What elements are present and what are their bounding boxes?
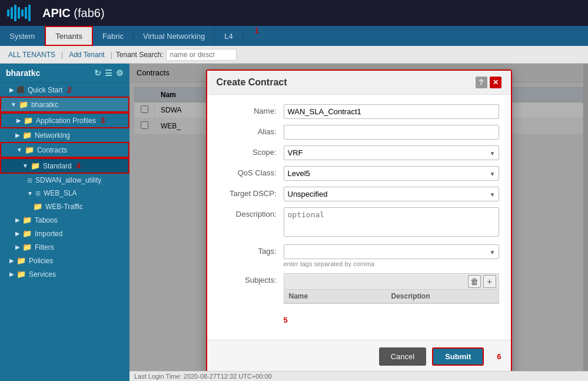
sidebar-item-taboos[interactable]: ▶ 📁 Taboos — [0, 213, 129, 227]
nav-l4[interactable]: L4 — [215, 26, 242, 46]
top-bar: APIC (fab6) — [0, 0, 588, 26]
sidebar-item-web-sla[interactable]: ▼ ⊞ WEB_SLA — [0, 187, 129, 200]
folder-icon-contracts: 📁 — [25, 145, 34, 154]
target-dscp-select[interactable]: Unspecified CS0 CS1 AF11 — [284, 187, 499, 201]
sidebar-item-standard[interactable]: ▼ 📁 Standard 4 — [0, 158, 129, 174]
sidebar-item-contracts[interactable]: ▼ 📁 Contracts — [0, 142, 129, 158]
qos-select-wrap: Level5 Level4 Level3 Level2 Level1 Unspe… — [284, 166, 499, 181]
target-dscp-control: Unspecified CS0 CS1 AF11 ▼ — [284, 187, 499, 201]
qos-select[interactable]: Level5 Level4 Level3 Level2 Level1 Unspe… — [284, 166, 499, 181]
sidebar-item-quick-start[interactable]: ▶ ⬛ Quick Start 2 — [0, 83, 129, 97]
status-bar: Last Login Time: 2020-08-27T12:32 UTC+00… — [129, 371, 588, 381]
subjects-label: Subjects: — [219, 273, 284, 284]
annotation-2: 2 — [67, 85, 71, 94]
nav-system[interactable]: System — [0, 26, 45, 46]
form-row-tags: Tags: ▼ enter tags separated by comma — [219, 244, 499, 267]
svg-rect-6 — [28, 5, 31, 21]
scope-select-wrap: VRF Global Tenant Application-Profile ▼ — [284, 145, 499, 160]
tags-control: ▼ enter tags separated by comma — [284, 244, 499, 267]
tenant-toolbar: ALL TENANTS | Add Tenant | Tenant Search… — [0, 46, 588, 64]
subjects-toolbar: 🗑 + — [284, 274, 499, 290]
modal-title: Create Contract — [217, 77, 287, 88]
form-row-subjects: Subjects: 🗑 + Name Description — [219, 273, 499, 324]
annotation-6: 6 — [497, 352, 501, 361]
sidebar-item-imported[interactable]: ▶ 📁 Imported — [0, 227, 129, 240]
sidebar-item-app-profiles[interactable]: ▶ 📁 Application Profiles 3 — [0, 112, 129, 128]
folder-icon-imported: 📁 — [22, 229, 32, 238]
node-icon-web-sla: ⊞ — [35, 190, 41, 197]
tenant-name: bharatkc — [6, 68, 40, 78]
description-label: Description: — [219, 207, 284, 218]
folder-icon-web-traffic: 📁 — [33, 202, 42, 211]
refresh-icon[interactable]: ↻ — [94, 68, 101, 78]
sidebar-tenant-header: bharatkc ↻ ☰ ⚙ — [0, 64, 129, 83]
name-label: Name: — [219, 104, 284, 115]
svg-rect-1 — [11, 7, 13, 19]
tags-hint: enter tags separated by comma — [284, 260, 499, 267]
sidebar-item-filters[interactable]: ▶ 📁 Filters — [0, 240, 129, 254]
sidebar-item-sdwan-allow[interactable]: ⊞ SDWAN_allow_utility — [0, 174, 129, 187]
qos-control: Level5 Level4 Level3 Level2 Level1 Unspe… — [284, 166, 499, 181]
description-control — [284, 207, 499, 238]
annotation-5: 5 — [284, 316, 499, 324]
svg-rect-0 — [7, 9, 9, 16]
alias-control — [284, 125, 499, 140]
form-row-name: Name: — [219, 104, 499, 119]
subjects-delete-button[interactable]: 🗑 — [468, 275, 481, 288]
modal-overlay: Create Contract ? ✕ Name: — [129, 64, 588, 381]
scope-label: Scope: — [219, 145, 284, 157]
all-tenants-link[interactable]: ALL TENANTS — [8, 51, 55, 59]
form-row-scope: Scope: VRF Global Tenant Application-Pro… — [219, 145, 499, 160]
tenant-search-label: Tenant Search: — [116, 51, 164, 59]
form-row-description: Description: — [219, 207, 499, 238]
add-tenant-link[interactable]: Add Tenant — [69, 51, 105, 59]
scope-control: VRF Global Tenant Application-Profile ▼ — [284, 145, 499, 160]
tenant-search-input[interactable] — [166, 49, 237, 61]
subjects-add-button[interactable]: + — [483, 275, 496, 288]
modal-header: Create Contract ? ✕ — [207, 71, 511, 95]
subjects-header-row: Name Description — [284, 290, 499, 303]
qos-label: QoS Class: — [219, 166, 284, 177]
close-button[interactable]: ✕ — [490, 77, 501, 88]
subjects-control: 🗑 + Name Description 5 — [284, 273, 499, 324]
sidebar-item-services[interactable]: ▶ 📁 Services — [0, 267, 129, 281]
sidebar-header-icons: ↻ ☰ ⚙ — [94, 68, 124, 78]
name-control — [284, 104, 499, 119]
settings-icon[interactable]: ⚙ — [116, 68, 124, 78]
nav-fabric[interactable]: Fabric — [93, 26, 134, 46]
cisco-logo — [7, 5, 33, 21]
folder-icon-taboos: 📁 — [22, 216, 32, 224]
node-icon-sdwan: ⊞ — [27, 177, 32, 184]
alias-label: Alias: — [219, 125, 284, 136]
name-input[interactable] — [284, 104, 499, 119]
svg-rect-3 — [18, 7, 20, 19]
tags-select[interactable] — [284, 244, 499, 259]
form-row-qos: QoS Class: Level5 Level4 Level3 Level2 L… — [219, 166, 499, 181]
form-row-alias: Alias: — [219, 125, 499, 140]
main-layout: bharatkc ↻ ☰ ⚙ ▶ ⬛ Quick Start 2 ▼ 📁 bha… — [0, 64, 588, 381]
subjects-col-name: Name — [289, 292, 391, 300]
form-row-target-dscp: Target DSCP: Unspecified CS0 CS1 AF11 ▼ — [219, 187, 499, 201]
sidebar-item-networking[interactable]: ▶ 📁 Networking — [0, 128, 129, 142]
tags-select-wrap: ▼ — [284, 244, 499, 259]
nav-tenants[interactable]: Tenants — [45, 26, 93, 46]
sidebar-item-policies[interactable]: ▶ 📁 Policies — [0, 254, 129, 267]
cancel-button[interactable]: Cancel — [379, 347, 426, 366]
svg-rect-5 — [25, 7, 27, 19]
help-button[interactable]: ? — [476, 77, 487, 88]
nav-virtual-networking[interactable]: Virtual Networking — [134, 26, 215, 46]
sidebar-item-web-traffic[interactable]: 📁 WEB-Traffic — [0, 200, 129, 213]
folder-icon-standard: 📁 — [31, 161, 40, 170]
nav-bar: System Tenants Fabric Virtual Networking… — [0, 26, 588, 46]
alias-input[interactable] — [284, 125, 499, 140]
description-input[interactable] — [284, 207, 499, 237]
folder-icon-policies: 📁 — [16, 256, 26, 265]
cloud-icon: ⬛ — [16, 86, 25, 94]
submit-button[interactable]: Submit — [432, 347, 484, 366]
list-icon[interactable]: ☰ — [105, 68, 112, 78]
folder-icon-filters: 📁 — [22, 243, 32, 251]
sidebar-item-bharatkc[interactable]: ▼ 📁 bharatkc — [0, 97, 129, 112]
scope-select[interactable]: VRF Global Tenant Application-Profile — [284, 145, 499, 160]
content-area: Contracts Nam SDWA WEB_ — [129, 64, 588, 381]
svg-rect-4 — [21, 9, 24, 16]
